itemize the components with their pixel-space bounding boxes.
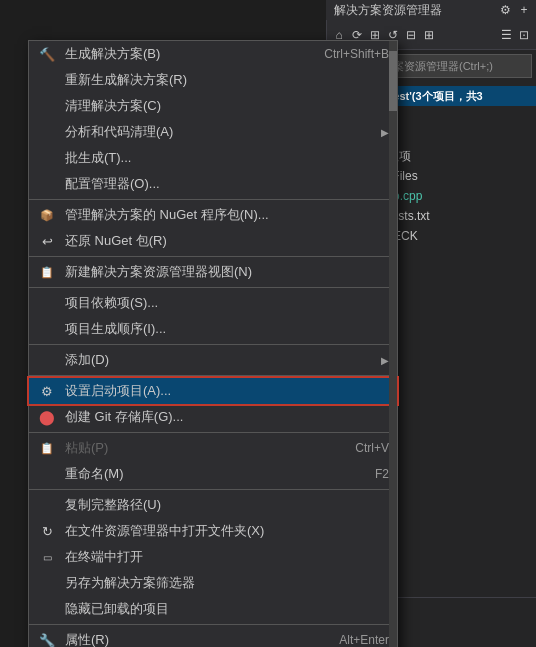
nuget-restore-icon: ↩: [37, 231, 57, 251]
menu-item-new-view[interactable]: 📋 新建解决方案资源管理器视图(N): [29, 259, 397, 285]
create-git-label: 创建 Git 存储库(G)...: [65, 408, 389, 426]
collapse-icon[interactable]: ⊟: [403, 27, 419, 43]
analyze-label: 分析和代码清理(A): [65, 123, 375, 141]
open-explorer-icon: ↻: [37, 521, 57, 541]
menu-item-create-git[interactable]: ⬤ 创建 Git 存储库(G)...: [29, 404, 397, 430]
build-shortcut: Ctrl+Shift+B: [324, 47, 389, 61]
new-view-icon: 📋: [37, 262, 57, 282]
rebuild-label: 重新生成解决方案(R): [65, 71, 389, 89]
expand-icon[interactable]: ⊞: [421, 27, 437, 43]
properties-label: 属性(R): [65, 631, 333, 647]
git-icon: ⬤: [37, 407, 57, 427]
menu-item-batch[interactable]: 批生成(T)...: [29, 145, 397, 171]
menu-item-build[interactable]: 🔨 生成解决方案(B) Ctrl+Shift+B: [29, 41, 397, 67]
separator-8: [29, 624, 397, 625]
clean-label: 清理解决方案(C): [65, 97, 389, 115]
copy-path-label: 复制完整路径(U): [65, 496, 389, 514]
menu-item-properties[interactable]: 🔧 属性(R) Alt+Enter: [29, 627, 397, 647]
set-startup-label: 设置启动项目(A)...: [65, 382, 389, 400]
separator-4: [29, 344, 397, 345]
batch-label: 批生成(T)...: [65, 149, 389, 167]
menu-item-save-filter[interactable]: 另存为解决方案筛选器: [29, 570, 397, 596]
menu-item-set-startup[interactable]: ⚙ 设置启动项目(A)...: [29, 378, 397, 404]
paste-shortcut: Ctrl+V: [355, 441, 389, 455]
analyze-submenu-arrow: ▶: [381, 127, 389, 138]
terminal-icon: ▭: [37, 547, 57, 567]
menu-item-rebuild[interactable]: 重新生成解决方案(R): [29, 67, 397, 93]
properties-shortcut: Alt+Enter: [339, 633, 389, 647]
nuget-manage-icon: 📦: [37, 205, 57, 225]
nuget-manage-label: 管理解决方案的 NuGet 程序包(N)...: [65, 206, 389, 224]
paste-icon: 📋: [37, 438, 57, 458]
settings-icon[interactable]: ⚙: [497, 2, 513, 18]
add-label: 添加(D): [65, 351, 375, 369]
context-menu: 🔨 生成解决方案(B) Ctrl+Shift+B 重新生成解决方案(R) 清理解…: [28, 40, 398, 647]
separator-6: [29, 432, 397, 433]
menu-item-paste[interactable]: 📋 粘贴(P) Ctrl+V: [29, 435, 397, 461]
build-label: 生成解决方案(B): [65, 45, 318, 63]
menu-item-open-terminal[interactable]: ▭ 在终端中打开: [29, 544, 397, 570]
open-explorer-label: 在文件资源管理器中打开文件夹(X): [65, 522, 389, 540]
menu-item-rename[interactable]: 重命名(M) F2: [29, 461, 397, 487]
menu-item-add[interactable]: 添加(D) ▶: [29, 347, 397, 373]
properties-icon: 🔧: [37, 630, 57, 647]
paste-label: 粘贴(P): [65, 439, 349, 457]
nuget-restore-label: 还原 NuGet 包(R): [65, 232, 389, 250]
menu-item-open-explorer[interactable]: ↻ 在文件资源管理器中打开文件夹(X): [29, 518, 397, 544]
separator-2: [29, 256, 397, 257]
hidden-projects-label: 隐藏已卸载的项目: [65, 600, 389, 618]
se-toolbar-extra1[interactable]: ☰: [498, 27, 514, 43]
se-toolbar-extra2[interactable]: ⊡: [516, 27, 532, 43]
scrollbar-thumb: [389, 51, 397, 111]
menu-item-clean[interactable]: 清理解决方案(C): [29, 93, 397, 119]
build-icon: 🔨: [37, 44, 57, 64]
menu-item-analyze[interactable]: 分析和代码清理(A) ▶: [29, 119, 397, 145]
menu-item-copy-path[interactable]: 复制完整路径(U): [29, 492, 397, 518]
set-startup-icon: ⚙: [37, 381, 57, 401]
solution-explorer-title: 解决方案资源管理器 ⚙ +: [326, 0, 536, 20]
rename-label: 重命名(M): [65, 465, 369, 483]
save-filter-label: 另存为解决方案筛选器: [65, 574, 389, 592]
open-terminal-label: 在终端中打开: [65, 548, 389, 566]
separator-5: [29, 375, 397, 376]
context-menu-scrollbar[interactable]: [389, 41, 397, 647]
add-submenu-arrow: ▶: [381, 355, 389, 366]
menu-item-nuget-restore[interactable]: ↩ 还原 NuGet 包(R): [29, 228, 397, 254]
separator-1: [29, 199, 397, 200]
menu-item-project-deps[interactable]: 项目依赖项(S)...: [29, 290, 397, 316]
add-icon[interactable]: +: [516, 2, 532, 18]
separator-3: [29, 287, 397, 288]
menu-item-config[interactable]: 配置管理器(O)...: [29, 171, 397, 197]
new-view-label: 新建解决方案资源管理器视图(N): [65, 263, 389, 281]
solution-explorer-title-text: 解决方案资源管理器: [334, 2, 442, 19]
project-build-order-label: 项目生成顺序(I)...: [65, 320, 389, 338]
project-deps-label: 项目依赖项(S)...: [65, 294, 389, 312]
separator-7: [29, 489, 397, 490]
menu-item-project-build-order[interactable]: 项目生成顺序(I)...: [29, 316, 397, 342]
menu-item-hidden-projects[interactable]: 隐藏已卸载的项目: [29, 596, 397, 622]
rename-shortcut: F2: [375, 467, 389, 481]
config-label: 配置管理器(O)...: [65, 175, 389, 193]
menu-item-nuget-manage[interactable]: 📦 管理解决方案的 NuGet 程序包(N)...: [29, 202, 397, 228]
